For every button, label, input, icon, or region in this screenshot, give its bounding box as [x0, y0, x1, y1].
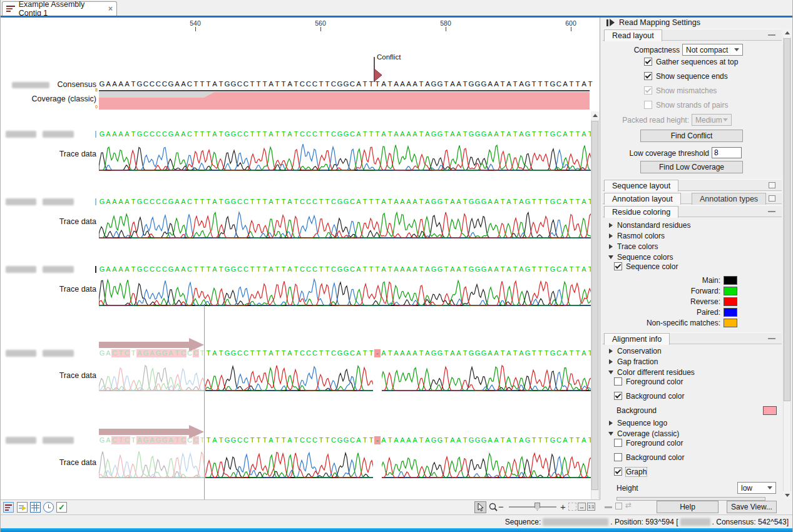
status-sequence-label: Sequence: [505, 518, 541, 526]
zoom-slider-track[interactable] [509, 506, 556, 508]
trace-chromatogram [99, 359, 593, 392]
contig-editor-view[interactable]: 540560580600 Conflict Consensus GAAAATGC… [1, 18, 600, 499]
tree-item-label: Nonstandard residues [617, 221, 690, 230]
checkbox-show-sequence-ends[interactable]: Show sequence ends [644, 72, 738, 80]
color-swatch[interactable] [763, 406, 777, 415]
tree-item-rasmol-colors[interactable]: Rasmol colors [608, 230, 690, 241]
collapse-section-icon[interactable] [768, 211, 775, 212]
checkbox-graph[interactable]: Graph [614, 468, 784, 476]
tree-item-label: Coverage (classic) [617, 429, 679, 438]
dropdown-row-label: Height [616, 484, 638, 493]
zoom-to-selection-button[interactable] [568, 503, 576, 511]
read-name-redacted [6, 198, 36, 205]
open-section-icon[interactable] [769, 195, 775, 202]
fit-width-button[interactable]: ↔ [578, 503, 586, 511]
find-low-coverage-button[interactable]: Find Low Coverage [640, 161, 743, 173]
scroll-up-button[interactable] [591, 111, 599, 120]
tree-item-sequence-colors[interactable]: Sequence colors [608, 252, 690, 262]
tree-item-sequence-logo[interactable]: Sequence logo [608, 417, 778, 428]
low-coverage-threshold-input[interactable] [712, 147, 742, 158]
checkbox-gather-sequences-at-top[interactable]: Gather sequences at top [644, 58, 738, 66]
read-layout-checkboxes: Gather sequences at topShow sequence end… [644, 58, 738, 115]
panel-collapse-arrow-icon[interactable] [610, 19, 615, 26]
open-section-icon[interactable] [769, 182, 775, 188]
panel-collapse-icon[interactable] [606, 19, 608, 26]
selection-tool-button[interactable] [474, 501, 486, 513]
trace-data-label: Trace data [21, 458, 96, 467]
panel-title: Read Mapping Settings [619, 18, 700, 27]
tree-item-conservation[interactable]: Conservation [608, 345, 778, 356]
document-tab[interactable]: Example Assembly Contig 1 × [2, 1, 117, 16]
color-legend-row: Paired: [603, 307, 782, 317]
sequence-start-marker [95, 198, 96, 205]
tab-close-icon[interactable]: × [108, 4, 113, 13]
help-button[interactable]: Help [657, 501, 719, 513]
restore-panel-icon[interactable] [615, 503, 622, 509]
section-title: Sequence layout [604, 180, 678, 192]
collapse-section-icon[interactable] [768, 338, 775, 339]
read-sequence[interactable]: GAAAATGCCCCGAACTTTATGGCCTTTATTATCCCTTCGG… [99, 130, 593, 138]
color-swatch[interactable] [724, 308, 737, 317]
compactness-dropdown[interactable]: Not compact [682, 44, 743, 56]
checkbox-label: Graph [626, 468, 647, 476]
tree-item-label: Gap fraction [617, 357, 658, 366]
section-header-sequence-layout[interactable]: Sequence layout [603, 179, 782, 191]
tab-annotation-types[interactable]: Annotation types [692, 193, 766, 205]
panel-scroll-down-button[interactable] [783, 491, 791, 499]
checkbox-sequence-color[interactable]: Sequence color [614, 262, 678, 270]
tab-annotation-layout[interactable]: Annotation layout [604, 193, 681, 205]
zoom-out-button[interactable]: − [498, 501, 504, 512]
consensus-sequence[interactable]: GAAAATGCCCCGAACTTTATGGCCTTTATTATCCCTTCGG… [99, 80, 593, 88]
section-header-read-layout[interactable]: Read layout [603, 29, 782, 41]
checkbox-label: Foreground color [626, 377, 683, 386]
section-header-residue-coloring[interactable]: Residue coloring [603, 205, 782, 217]
tree-item-trace-colors[interactable]: Trace colors [608, 241, 690, 252]
color-swatch[interactable] [724, 287, 737, 295]
vertical-scrollbar-thumb[interactable] [591, 121, 598, 490]
section-title: Residue coloring [604, 206, 678, 218]
history-view-button[interactable] [43, 502, 54, 513]
annotation-tabs-bar: Annotation layout Annotation types [603, 192, 782, 204]
minimize-panel-icon[interactable] [605, 506, 612, 508]
read-name-redacted [43, 198, 74, 205]
read-sequence[interactable]: GACTCTAGAGGATCCCTTATGGCCTTTATTATCCCTTCGG… [99, 349, 593, 357]
element-info-view-button[interactable]: ✓ [56, 502, 67, 513]
tree-item-nonstandard-residues[interactable]: Nonstandard residues [608, 220, 690, 230]
panel-scrollbar-thumb[interactable] [784, 38, 790, 401]
read-sequence[interactable]: GACTCTAGAGGATCCCTTATGGCCTTTATTATCCCTTCGG… [99, 436, 593, 444]
read-sequence[interactable]: GAAAATGCCCCGAACTTTATGGCCTTTATTATCCCTTCGG… [99, 198, 593, 206]
checkbox-foreground-color[interactable]: Foreground color [614, 439, 784, 447]
save-view-button[interactable]: Save View... [727, 501, 777, 513]
tree-item-gap-fraction[interactable]: Gap fraction [608, 356, 778, 367]
checkbox-foreground-color[interactable]: Foreground color [614, 377, 784, 386]
color-swatch[interactable] [724, 297, 737, 306]
checkbox-background-color[interactable]: Background color [614, 453, 784, 461]
color-swatch[interactable] [724, 276, 737, 285]
height-dropdown[interactable]: low [737, 482, 776, 494]
section-header-alignment-info[interactable]: Alignment info [603, 332, 782, 344]
table-view-button[interactable] [30, 502, 41, 513]
panel-scroll-up-button[interactable] [783, 29, 791, 37]
ruler-tick-mark [571, 27, 571, 31]
zoom-100-button[interactable]: 1:1 [587, 503, 595, 511]
tree-item-label: Conservation [617, 347, 662, 356]
read-sequence[interactable]: GAAAATGCCCCGAACTTTATGGCCTTTATTATCCCTTCGG… [99, 265, 593, 274]
checkbox-show-strands-of-pairs: Show strands of pairs [644, 101, 738, 109]
zoom-in-button[interactable]: + [560, 501, 566, 512]
packed-read-height-dropdown: Medium [692, 114, 732, 126]
contig-view-button[interactable] [3, 502, 14, 513]
trace-chromatogram [99, 139, 593, 171]
export-table-view-button[interactable] [17, 502, 28, 513]
dock-panel-icon[interactable]: ⇄ [625, 501, 632, 509]
ruler-tick-label: 580 [433, 19, 458, 27]
color-legend-label: Main: [603, 276, 720, 285]
tree-item-coverage-classic-[interactable]: Coverage (classic) [608, 428, 778, 439]
checkbox-background-color[interactable]: Background color [614, 392, 784, 400]
find-conflict-button[interactable]: Find Conflict [640, 130, 743, 142]
collapse-section-icon[interactable] [768, 34, 775, 36]
ruler-tick-label: 540 [183, 19, 208, 27]
packed-read-height-value: Medium [695, 116, 722, 125]
zoom-slider-thumb[interactable] [535, 503, 540, 511]
color-swatch[interactable] [724, 319, 737, 327]
tree-item-color-different-residues[interactable]: Color different residues [608, 367, 778, 377]
